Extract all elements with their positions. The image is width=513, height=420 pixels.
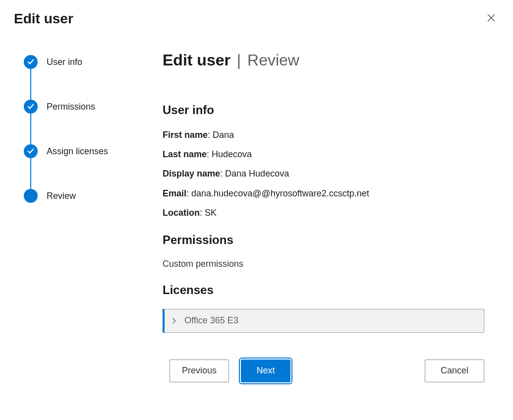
content-title-subtitle: Review (247, 51, 299, 69)
step-user-info[interactable]: User info (24, 55, 163, 69)
display-name-value: Dana Hudecova (225, 169, 289, 179)
field-first-name: First name: Dana (163, 129, 484, 141)
chevron-right-icon (171, 317, 177, 324)
review-content: Edit user | Review User info First name:… (163, 51, 499, 394)
step-complete-icon (24, 55, 38, 69)
permissions-value: Custom permissions (163, 259, 484, 269)
first-name-value: Dana (213, 130, 234, 140)
close-button[interactable] (483, 10, 499, 27)
section-user-info: User info First name: Dana Last name: Hu… (163, 103, 484, 219)
section-heading-user-info: User info (163, 103, 484, 117)
section-licenses: Licenses Office 365 E3 (163, 283, 484, 333)
field-display-name: Display name: Dana Hudecova (163, 168, 484, 180)
email-label: Email (163, 188, 186, 198)
step-connector (30, 114, 31, 144)
field-location: Location: SK (163, 207, 484, 219)
step-label: User info (47, 57, 82, 67)
first-name-label: First name (163, 130, 208, 140)
section-heading-licenses: Licenses (163, 283, 484, 297)
field-last-name: Last name: Hudecova (163, 148, 484, 161)
step-assign-licenses[interactable]: Assign licenses (24, 144, 163, 158)
wizard-footer: Previous Next Cancel (163, 360, 484, 394)
content-title-main: Edit user (163, 51, 230, 69)
step-label: Review (47, 191, 76, 201)
section-permissions: Permissions Custom permissions (163, 233, 484, 269)
license-item[interactable]: Office 365 E3 (163, 309, 484, 333)
cancel-button[interactable]: Cancel (425, 360, 484, 382)
step-complete-icon (24, 100, 38, 114)
field-email: Email: dana.hudecova@@hyrosoftware2.ccsc… (163, 187, 484, 200)
step-connector (30, 69, 31, 100)
step-label: Assign licenses (47, 146, 108, 157)
section-heading-permissions: Permissions (163, 233, 484, 247)
location-label: Location (163, 208, 200, 218)
content-title: Edit user | Review (163, 51, 484, 69)
panel-title: Edit user (14, 11, 73, 27)
next-button[interactable]: Next (241, 360, 290, 382)
step-current-icon (24, 189, 38, 203)
close-icon (487, 14, 495, 22)
content-title-separator: | (237, 51, 241, 69)
wizard-stepper: User info Permissions Assign licenses Re… (24, 51, 163, 394)
license-name: Office 365 E3 (184, 315, 238, 326)
step-review[interactable]: Review (24, 189, 163, 203)
location-value: SK (205, 208, 217, 218)
step-complete-icon (24, 144, 38, 158)
step-label: Permissions (47, 102, 95, 112)
last-name-value: Hudecova (212, 149, 252, 159)
previous-button[interactable]: Previous (170, 360, 229, 382)
display-name-label: Display name (163, 169, 220, 179)
step-permissions[interactable]: Permissions (24, 100, 163, 114)
last-name-label: Last name (163, 149, 207, 159)
email-value: dana.hudecova@@hyrosoftware2.ccsctp.net (191, 188, 369, 198)
step-connector (30, 158, 31, 189)
